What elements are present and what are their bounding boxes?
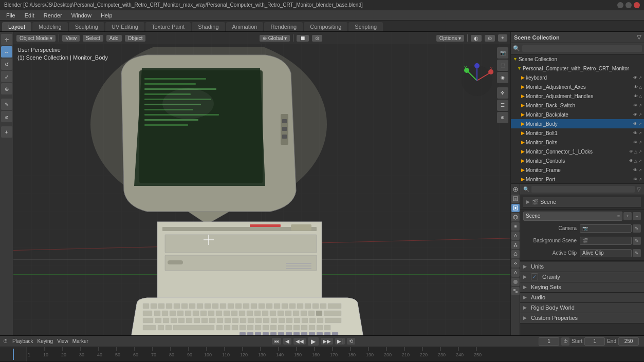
view-label[interactable]: View — [57, 338, 68, 344]
prop-tab-constraints[interactable] — [511, 259, 520, 268]
prop-tab-scene[interactable] — [511, 204, 520, 212]
eye-icon-4[interactable]: 👁 — [633, 103, 637, 108]
tool-rotate[interactable]: ↺ — [1, 59, 12, 70]
tool-cursor[interactable]: ✛ — [1, 34, 12, 45]
outliner-filter-icon[interactable]: ▽ — [637, 34, 641, 41]
cursor-icon-4[interactable]: ↗ — [638, 103, 642, 108]
view-menu-btn[interactable]: View — [62, 35, 80, 42]
viewport[interactable]: Object Mode ▾ View Select Add Object ⊕ G… — [13, 32, 510, 335]
properties-search-input[interactable] — [531, 186, 635, 193]
prop-tab-output[interactable] — [511, 195, 520, 203]
outliner-item-11[interactable]: ▶ Monitor_Frame 👁 ↗ — [511, 165, 644, 175]
tab-compositing[interactable]: Compositing — [304, 22, 347, 31]
object-menu-btn[interactable]: Object — [125, 35, 146, 42]
active-clip-edit-btn[interactable]: ✎ — [633, 249, 641, 257]
bg-scene-value[interactable]: 🎬 — [580, 237, 632, 245]
prop-tab-texture[interactable] — [511, 287, 520, 295]
move-tool-icon[interactable]: ✜ — [497, 87, 508, 99]
outliner-item-6[interactable]: ▶ Monitor_Body 👁 ↗ — [511, 119, 644, 128]
active-clip-value[interactable]: Alive Clip — [580, 249, 632, 257]
camera-value[interactable]: 📷 — [580, 224, 632, 233]
tab-uv-editing[interactable]: UV Editing — [105, 22, 144, 31]
prev-frame-btn[interactable]: ◀ — [283, 338, 291, 345]
cursor-icon-12[interactable]: ↗ — [638, 177, 642, 182]
menu-file[interactable]: File — [2, 11, 20, 20]
outliner-item-7[interactable]: ▶ Monitor_Bolt1 👁 ↗ — [511, 128, 644, 138]
prop-tab-object[interactable] — [511, 222, 520, 231]
marker-label[interactable]: Marker — [72, 338, 88, 344]
prop-tab-material[interactable] — [511, 278, 520, 286]
outliner-item-1[interactable]: ▶ keyboard 👁 ↗ — [511, 73, 644, 82]
tab-animation[interactable]: Animation — [226, 22, 264, 31]
outliner-item-8[interactable]: ▶ Monitor_Bolts 👁 ↗ — [511, 138, 644, 147]
render-preview-btn[interactable]: ◉ — [497, 72, 508, 83]
eye-icon-10[interactable]: 👁 — [629, 159, 633, 163]
jump-end-btn[interactable]: ▶| — [335, 338, 345, 345]
eye-icon-3[interactable]: 👁 — [634, 94, 638, 99]
scene-remove-btn[interactable]: − — [633, 212, 641, 220]
cursor-icon-9[interactable]: ↗ — [638, 149, 642, 154]
menu-help[interactable]: Help — [97, 11, 117, 20]
tab-layout[interactable]: Layout — [2, 22, 31, 31]
tri-icon-3[interactable]: △ — [639, 94, 642, 99]
menu-render[interactable]: Render — [40, 11, 66, 20]
proportional-edit-btn[interactable]: ⊙ — [312, 35, 322, 42]
cursor-icon-7[interactable]: ↗ — [638, 131, 642, 136]
tab-rendering[interactable]: Rendering — [264, 22, 303, 31]
transform-orientation-btn[interactable]: ⊕ Global ▾ — [260, 35, 290, 42]
frame-input-icon[interactable]: ⏱ — [561, 337, 569, 346]
keying-label[interactable]: Keying — [38, 338, 53, 344]
tool-transform[interactable]: ⊕ — [1, 83, 12, 94]
prop-tab-world[interactable] — [511, 213, 520, 221]
pan-tool-icon[interactable]: ☰ — [497, 100, 508, 111]
cursor-icon-6[interactable]: ↗ — [638, 122, 642, 126]
tab-texture-paint[interactable]: Texture Paint — [145, 22, 191, 31]
gravity-checkbox[interactable]: ✓ — [531, 273, 538, 280]
viewport-gizmo-btn[interactable]: ⌖ — [498, 34, 507, 42]
eye-icon-1[interactable]: 👁 — [633, 75, 637, 80]
outliner-search-input[interactable] — [522, 45, 642, 52]
add-menu-btn[interactable]: Add — [106, 35, 122, 42]
eye-icon-11[interactable]: 👁 — [633, 168, 637, 173]
filter-icon-props[interactable]: ▽ — [637, 186, 641, 192]
gravity-header[interactable]: ▶ ✓ Gravity — [520, 272, 644, 282]
tab-shading[interactable]: Shading — [192, 22, 225, 31]
loop-btn[interactable]: ⟲ — [347, 338, 355, 345]
audio-header[interactable]: ▶ Audio — [520, 293, 644, 303]
outliner-item-10[interactable]: ▶ Monitor_Controls 👁 △ ↗ — [511, 156, 644, 165]
timeline-body[interactable]: 1 10 20 30 40 50 60 70 80 90 100 110 120 — [0, 347, 644, 361]
tab-scripting[interactable]: Scripting — [348, 22, 383, 31]
scene-name-field[interactable]: Scene ≡ — [523, 212, 622, 221]
tri-icon-9[interactable]: △ — [634, 149, 637, 154]
keying-sets-header[interactable]: ▶ Keying Sets — [520, 282, 644, 293]
tri-icon-10[interactable]: △ — [634, 159, 637, 163]
viewport-display-btn[interactable]: ⬚ — [497, 60, 508, 71]
minimize-btn[interactable] — [617, 2, 623, 8]
eye-icon-8[interactable]: 👁 — [633, 140, 637, 145]
viewport-shading-btn[interactable]: ◐ — [471, 35, 482, 42]
prop-tab-modifier[interactable] — [511, 232, 520, 240]
outliner-item-3[interactable]: ▶ Monitor_Adjustment_Handles 👁 △ — [511, 91, 644, 101]
object-mode-btn[interactable]: Object Mode ▾ — [16, 35, 56, 42]
eye-icon-2[interactable]: 👁 — [634, 85, 638, 89]
menu-edit[interactable]: Edit — [21, 11, 39, 20]
close-btn[interactable] — [634, 2, 640, 8]
tool-move[interactable]: ↔ — [1, 46, 12, 58]
playback-label[interactable]: Playback — [12, 338, 33, 344]
rigid-body-header[interactable]: ▶ Rigid Body World — [520, 303, 644, 313]
tab-sculpting[interactable]: Sculpting — [69, 22, 104, 31]
window-controls[interactable] — [617, 2, 640, 8]
play-reverse-btn[interactable]: ◀◀ — [293, 338, 306, 345]
play-btn[interactable]: ▶ — [308, 337, 319, 346]
tool-measure[interactable]: ⌀ — [1, 111, 12, 122]
next-frame-btn[interactable]: ▶▶ — [321, 338, 333, 345]
zoom-tool-icon[interactable]: ⊕ — [497, 112, 508, 123]
units-header[interactable]: ▶ Units — [520, 262, 644, 272]
camera-icon[interactable]: 📷 — [497, 47, 508, 59]
cursor-icon-10[interactable]: ↗ — [638, 159, 642, 163]
prop-tab-physics[interactable] — [511, 250, 520, 258]
frame-end-input[interactable]: 250 — [618, 337, 639, 346]
eye-icon-9[interactable]: 👁 — [629, 149, 633, 154]
custom-props-header[interactable]: ▶ Custom Properties — [520, 313, 644, 323]
tool-add[interactable]: + — [1, 126, 12, 138]
